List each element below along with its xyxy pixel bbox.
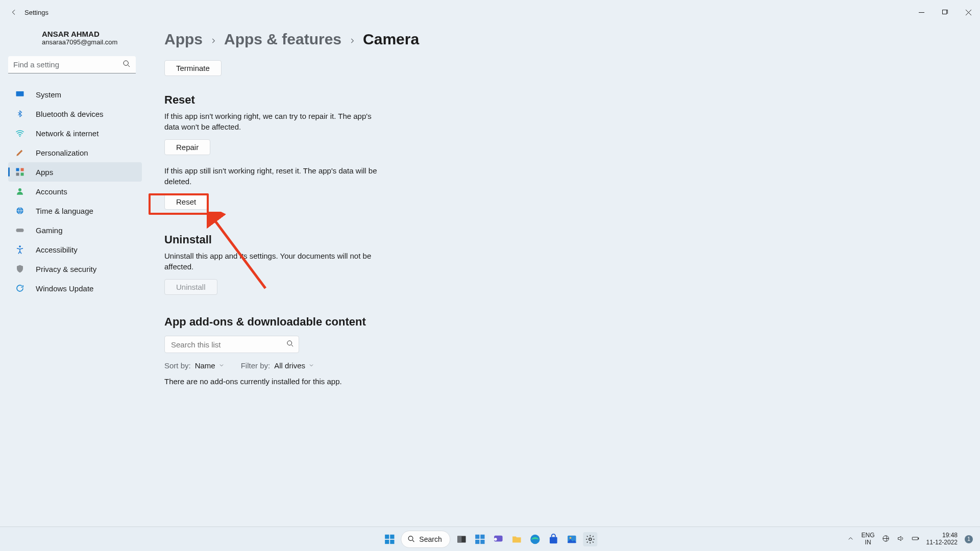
filter-button[interactable]: Filter by: All drives (241, 361, 314, 370)
sidebar-item-accounts[interactable]: Accounts (8, 182, 142, 201)
svg-rect-21 (476, 534, 480, 538)
terminate-button[interactable]: Terminate (164, 60, 222, 76)
date: 11-12-2022 (926, 539, 958, 546)
search-icon (286, 340, 294, 349)
store-button[interactable] (547, 532, 561, 546)
widgets-button[interactable] (473, 532, 487, 546)
settings-taskbar-button[interactable] (583, 532, 598, 546)
sidebar-item-bluetooth[interactable]: Bluetooth & devices (8, 104, 142, 123)
language-button[interactable]: ENGIN (862, 532, 875, 545)
svg-rect-33 (912, 537, 918, 540)
photos-icon (567, 534, 578, 545)
bluetooth-icon (15, 109, 24, 118)
sidebar-item-label: Personalization (36, 148, 88, 157)
svg-rect-22 (481, 534, 485, 538)
uninstall-heading: Uninstall (164, 233, 980, 246)
breadcrumb-apps[interactable]: Apps (164, 31, 203, 48)
tray-overflow-button[interactable] (847, 535, 854, 544)
sort-button[interactable]: Sort by: Name (164, 361, 225, 370)
uninstall-button: Uninstall (164, 279, 217, 295)
svg-point-8 (18, 188, 21, 191)
nav-list: System Bluetooth & devices Network & int… (8, 85, 153, 298)
maximize-button[interactable] (933, 4, 957, 20)
filter-value: All drives (274, 361, 305, 370)
sidebar-item-privacy[interactable]: Privacy & security (8, 259, 142, 279)
reset-description: If this app still isn't working right, r… (164, 165, 379, 187)
gamepad-icon (15, 226, 24, 235)
sidebar-item-label: Accounts (36, 187, 67, 196)
sidebar-item-gaming[interactable]: Gaming (8, 220, 142, 240)
account-info[interactable]: ANSAR AHMAD ansaraa7095@gmail.com (42, 30, 153, 46)
sidebar-item-time[interactable]: Time & language (8, 201, 142, 220)
svg-rect-10 (16, 229, 24, 232)
sidebar-item-network[interactable]: Network & internet (8, 123, 142, 143)
content: Apps Apps & features Camera Terminate Re… (153, 24, 980, 527)
repair-button[interactable]: Repair (164, 139, 210, 155)
sidebar-item-label: Network & internet (36, 129, 99, 138)
shield-icon (15, 264, 24, 273)
edge-icon (530, 534, 541, 545)
sidebar-item-update[interactable]: Windows Update (8, 279, 142, 298)
sidebar-item-personalization[interactable]: Personalization (8, 143, 142, 162)
addons-search (164, 336, 299, 353)
volume-tray-icon[interactable] (897, 535, 904, 544)
notification-badge[interactable]: 1 (965, 535, 973, 543)
taskbar-search[interactable]: Search (401, 531, 450, 548)
sidebar-item-accessibility[interactable]: Accessibility (8, 240, 142, 259)
arrow-left-icon (10, 8, 18, 16)
taskbar: Search ENGIN 19:4811-12-2022 1 (0, 527, 980, 551)
filter-label: Filter by: (241, 361, 271, 370)
system-tray: ENGIN 19:4811-12-2022 1 (847, 532, 980, 545)
minimize-button[interactable] (910, 4, 933, 20)
svg-rect-17 (390, 539, 394, 543)
lang-primary: ENG (862, 532, 875, 539)
explorer-icon (511, 534, 523, 545)
battery-tray-icon[interactable] (912, 535, 919, 544)
sidebar-item-system[interactable]: System (8, 85, 142, 104)
time: 19:48 (926, 532, 958, 539)
sidebar-item-label: Windows Update (36, 284, 93, 293)
svg-rect-16 (385, 539, 389, 543)
sidebar-item-label: System (36, 90, 61, 99)
reset-button[interactable]: Reset (164, 194, 208, 210)
svg-rect-23 (476, 539, 480, 543)
svg-rect-2 (16, 91, 24, 96)
svg-rect-4 (16, 168, 19, 171)
sidebar-item-apps[interactable]: Apps (8, 162, 142, 182)
brush-icon (15, 148, 24, 157)
sidebar: ANSAR AHMAD ansaraa7095@gmail.com System… (0, 24, 153, 527)
taskbar-search-label: Search (419, 535, 442, 543)
sidebar-item-label: Gaming (36, 226, 63, 235)
sidebar-item-label: Accessibility (36, 245, 78, 254)
breadcrumb-appsfeatures[interactable]: Apps & features (224, 31, 341, 48)
reset-heading: Reset (164, 93, 980, 107)
svg-rect-20 (457, 536, 461, 542)
lang-secondary: IN (862, 539, 875, 546)
clock-button[interactable]: 19:4811-12-2022 (926, 532, 958, 545)
edge-button[interactable] (528, 532, 543, 546)
svg-point-3 (19, 136, 20, 137)
svg-point-18 (408, 536, 413, 541)
sidebar-item-label: Privacy & security (36, 265, 96, 273)
window-title: Settings (24, 9, 48, 16)
explorer-button[interactable] (510, 532, 524, 546)
svg-rect-28 (550, 537, 557, 543)
svg-point-26 (494, 538, 497, 541)
network-tray-icon[interactable] (882, 535, 890, 544)
chat-button[interactable] (492, 532, 506, 546)
wifi-icon (15, 129, 24, 138)
display-icon (15, 90, 24, 99)
apps-icon (15, 167, 24, 177)
addons-heading: App add-ons & downloadable content (164, 315, 980, 329)
close-button[interactable] (957, 4, 980, 20)
start-button[interactable] (382, 532, 397, 546)
sidebar-item-label: Apps (36, 168, 53, 177)
back-button[interactable] (7, 6, 20, 19)
widgets-icon (475, 534, 486, 545)
svg-rect-7 (21, 173, 24, 176)
search-input[interactable] (8, 56, 136, 73)
addons-search-input[interactable] (164, 336, 299, 353)
settings-search (8, 56, 136, 73)
photos-button[interactable] (565, 532, 579, 546)
task-view-button[interactable] (455, 532, 469, 546)
